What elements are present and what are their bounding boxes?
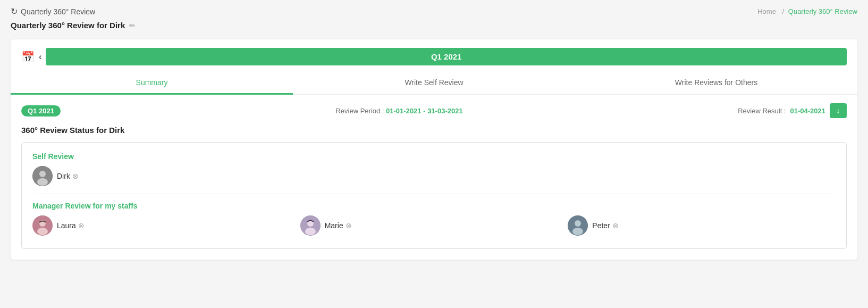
tab-reviews-for-others[interactable]: Write Reviews for Others xyxy=(575,72,857,95)
avatar-marie xyxy=(300,215,321,236)
staff-item-laura: Laura ⊗ xyxy=(32,215,300,236)
breadcrumb-current[interactable]: Quarterly 360° Review xyxy=(788,7,857,15)
divider xyxy=(32,194,836,194)
svg-point-11 xyxy=(572,228,583,235)
refresh-icon: ↻ xyxy=(11,6,18,16)
svg-point-2 xyxy=(37,178,48,186)
review-period: Review Period : 01-01-2021 - 31-03-2021 xyxy=(335,107,462,115)
app-title: Quarterly 360° Review xyxy=(21,7,95,16)
chevron-left-button[interactable]: ‹ xyxy=(39,52,41,62)
remove-peter-icon[interactable]: ⊗ xyxy=(612,222,619,229)
person-name-laura: Laura ⊗ xyxy=(57,221,85,230)
main-card: 📅 ‹ Q1 2021 Summary Write Self Review Wr… xyxy=(11,39,857,260)
breadcrumb-home[interactable]: Home xyxy=(757,7,776,15)
svg-point-5 xyxy=(37,228,48,235)
manager-review-label: Manager Review for my staffs xyxy=(32,202,836,210)
review-period-label: Review Period : xyxy=(335,107,384,115)
staff-item-peter: Peter ⊗ xyxy=(568,215,836,236)
avatar-laura xyxy=(32,215,53,236)
page-title: Quarterly 360° Review for Dirk xyxy=(11,21,125,30)
quarter-badge: Q1 2021 xyxy=(21,105,61,116)
review-result: Review Result : 01-04-2021 ↓ xyxy=(738,103,847,118)
tab-summary[interactable]: Summary xyxy=(11,72,293,95)
download-button[interactable]: ↓ xyxy=(830,103,847,118)
staff-item-marie: Marie ⊗ xyxy=(300,215,568,236)
calendar-icon: 📅 xyxy=(21,51,35,63)
review-box: Self Review Dirk ⊗ xyxy=(21,142,847,249)
remove-dirk-icon[interactable]: ⊗ xyxy=(72,172,79,180)
breadcrumb: Home / Quarterly 360° Review xyxy=(755,7,857,15)
quarter-nav: 📅 ‹ Q1 2021 xyxy=(11,39,857,65)
svg-point-10 xyxy=(575,220,581,227)
avatar-dirk xyxy=(32,166,53,186)
section-title: 360° Review Status for Dirk xyxy=(21,126,847,135)
status-row: Q1 2021 Review Period : 01-01-2021 - 31-… xyxy=(21,103,847,118)
person-name-peter: Peter ⊗ xyxy=(592,221,618,230)
review-period-value: 01-01-2021 - 31-03-2021 xyxy=(386,107,463,115)
tab-self-review[interactable]: Write Self Review xyxy=(293,72,575,95)
remove-marie-icon[interactable]: ⊗ xyxy=(345,222,352,229)
edit-icon[interactable]: ✏ xyxy=(129,21,136,30)
tabs: Summary Write Self Review Write Reviews … xyxy=(11,72,857,95)
person-name-dirk: Dirk ⊗ xyxy=(57,172,79,180)
svg-point-8 xyxy=(305,228,316,235)
content-area: Q1 2021 Review Period : 01-01-2021 - 31-… xyxy=(11,95,857,260)
top-bar: ↻ Quarterly 360° Review Home / Quarterly… xyxy=(11,6,857,16)
quarter-bar: Q1 2021 xyxy=(46,48,847,65)
svg-point-1 xyxy=(39,171,46,177)
self-review-label: Self Review xyxy=(32,152,836,161)
breadcrumb-separator: / xyxy=(782,7,785,15)
avatar-peter xyxy=(568,215,588,236)
app-title-area: ↻ Quarterly 360° Review xyxy=(11,6,95,16)
remove-laura-icon[interactable]: ⊗ xyxy=(78,222,85,229)
person-name-marie: Marie ⊗ xyxy=(325,221,352,230)
review-result-label: Review Result : xyxy=(738,107,786,115)
page-wrapper: ↻ Quarterly 360° Review Home / Quarterly… xyxy=(0,0,868,308)
page-title-row: Quarterly 360° Review for Dirk ✏ xyxy=(11,21,857,30)
staff-row: Laura ⊗ xyxy=(32,215,836,236)
self-review-person-row: Dirk ⊗ xyxy=(32,166,836,186)
review-result-value: 01-04-2021 xyxy=(790,107,825,115)
